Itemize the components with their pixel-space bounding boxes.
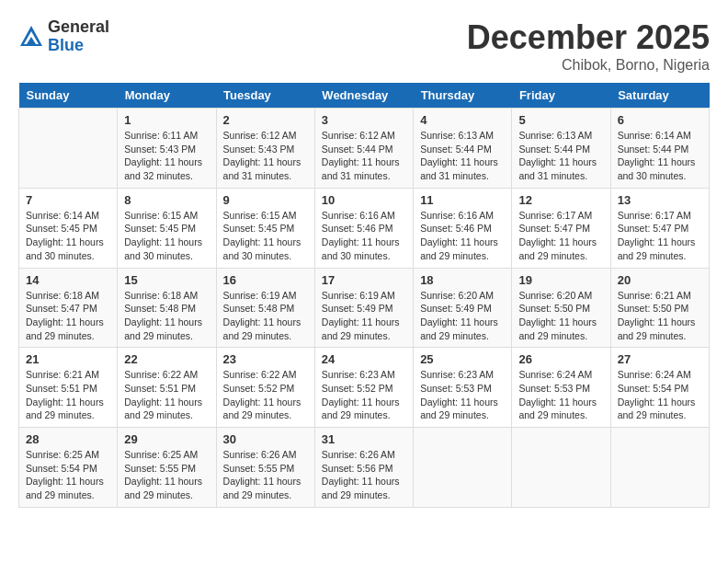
- day-cell: 19Sunrise: 6:20 AMSunset: 5:50 PMDayligh…: [512, 268, 610, 348]
- day-number: 17: [322, 273, 406, 287]
- day-cell: 27Sunrise: 6:24 AMSunset: 5:54 PMDayligh…: [610, 348, 709, 428]
- day-number: 28: [26, 432, 110, 446]
- day-info: Sunrise: 6:24 AMSunset: 5:53 PMDaylight:…: [518, 368, 603, 422]
- week-row-3: 14Sunrise: 6:18 AMSunset: 5:47 PMDayligh…: [19, 268, 710, 348]
- day-info: Sunrise: 6:18 AMSunset: 5:48 PMDaylight:…: [124, 289, 209, 343]
- day-number: 7: [26, 193, 110, 207]
- week-row-2: 7Sunrise: 6:14 AMSunset: 5:45 PMDaylight…: [19, 188, 710, 268]
- day-cell: 31Sunrise: 6:26 AMSunset: 5:56 PMDayligh…: [314, 428, 413, 508]
- day-number: 20: [618, 273, 702, 287]
- day-number: 4: [420, 113, 505, 127]
- logo-general-text: General: [48, 18, 109, 37]
- calendar-table: SundayMondayTuesdayWednesdayThursdayFrid…: [18, 83, 710, 508]
- day-cell: 1Sunrise: 6:11 AMSunset: 5:43 PMDaylight…: [118, 109, 216, 189]
- day-cell: 23Sunrise: 6:22 AMSunset: 5:52 PMDayligh…: [216, 348, 314, 428]
- day-info: Sunrise: 6:26 AMSunset: 5:55 PMDaylight:…: [223, 448, 308, 502]
- day-info: Sunrise: 6:17 AMSunset: 5:47 PMDaylight:…: [618, 209, 702, 263]
- day-number: 27: [618, 352, 702, 366]
- day-cell: 11Sunrise: 6:16 AMSunset: 5:46 PMDayligh…: [414, 188, 512, 268]
- day-number: 15: [124, 273, 209, 287]
- header-sunday: Sunday: [19, 83, 118, 109]
- day-number: 30: [223, 432, 308, 446]
- day-number: 19: [518, 273, 603, 287]
- day-info: Sunrise: 6:24 AMSunset: 5:54 PMDaylight:…: [618, 368, 702, 422]
- day-cell: 5Sunrise: 6:13 AMSunset: 5:44 PMDaylight…: [512, 109, 610, 189]
- day-cell: 9Sunrise: 6:15 AMSunset: 5:45 PMDaylight…: [216, 188, 314, 268]
- day-cell: 22Sunrise: 6:22 AMSunset: 5:51 PMDayligh…: [118, 348, 216, 428]
- day-info: Sunrise: 6:16 AMSunset: 5:46 PMDaylight:…: [322, 209, 406, 263]
- day-cell: 13Sunrise: 6:17 AMSunset: 5:47 PMDayligh…: [610, 188, 709, 268]
- header-thursday: Thursday: [414, 83, 512, 109]
- day-cell: [512, 428, 610, 508]
- day-info: Sunrise: 6:11 AMSunset: 5:43 PMDaylight:…: [124, 129, 209, 183]
- day-cell: 16Sunrise: 6:19 AMSunset: 5:48 PMDayligh…: [216, 268, 314, 348]
- day-info: Sunrise: 6:13 AMSunset: 5:44 PMDaylight:…: [518, 129, 603, 183]
- day-info: Sunrise: 6:16 AMSunset: 5:46 PMDaylight:…: [420, 209, 505, 263]
- day-cell: 17Sunrise: 6:19 AMSunset: 5:49 PMDayligh…: [314, 268, 413, 348]
- day-number: 3: [322, 113, 406, 127]
- day-cell: 6Sunrise: 6:14 AMSunset: 5:44 PMDaylight…: [610, 109, 709, 189]
- page-header: General Blue December 2025 Chibok, Borno…: [18, 18, 710, 74]
- logo-blue-text: Blue: [48, 37, 109, 55]
- day-number: 8: [124, 193, 209, 207]
- day-cell: 30Sunrise: 6:26 AMSunset: 5:55 PMDayligh…: [216, 428, 314, 508]
- week-row-5: 28Sunrise: 6:25 AMSunset: 5:54 PMDayligh…: [19, 428, 710, 508]
- day-cell: 4Sunrise: 6:13 AMSunset: 5:44 PMDaylight…: [414, 109, 512, 189]
- day-cell: 26Sunrise: 6:24 AMSunset: 5:53 PMDayligh…: [512, 348, 610, 428]
- day-info: Sunrise: 6:12 AMSunset: 5:43 PMDaylight:…: [223, 129, 308, 183]
- day-info: Sunrise: 6:13 AMSunset: 5:44 PMDaylight:…: [420, 129, 505, 183]
- day-info: Sunrise: 6:18 AMSunset: 5:47 PMDaylight:…: [26, 289, 110, 343]
- week-row-1: 1Sunrise: 6:11 AMSunset: 5:43 PMDaylight…: [19, 109, 710, 189]
- day-cell: 18Sunrise: 6:20 AMSunset: 5:49 PMDayligh…: [414, 268, 512, 348]
- day-cell: 7Sunrise: 6:14 AMSunset: 5:45 PMDaylight…: [19, 188, 118, 268]
- day-info: Sunrise: 6:20 AMSunset: 5:50 PMDaylight:…: [518, 289, 603, 343]
- day-cell: [414, 428, 512, 508]
- day-cell: 3Sunrise: 6:12 AMSunset: 5:44 PMDaylight…: [314, 109, 413, 189]
- day-info: Sunrise: 6:14 AMSunset: 5:44 PMDaylight:…: [618, 129, 702, 183]
- day-number: 23: [223, 352, 308, 366]
- day-cell: 8Sunrise: 6:15 AMSunset: 5:45 PMDaylight…: [118, 188, 216, 268]
- day-number: 5: [518, 113, 603, 127]
- day-cell: 28Sunrise: 6:25 AMSunset: 5:54 PMDayligh…: [19, 428, 118, 508]
- logo: General Blue: [18, 18, 109, 55]
- header-friday: Friday: [512, 83, 610, 109]
- day-number: 1: [124, 113, 209, 127]
- day-info: Sunrise: 6:25 AMSunset: 5:54 PMDaylight:…: [26, 448, 110, 502]
- day-info: Sunrise: 6:14 AMSunset: 5:45 PMDaylight:…: [26, 209, 110, 263]
- week-row-4: 21Sunrise: 6:21 AMSunset: 5:51 PMDayligh…: [19, 348, 710, 428]
- day-cell: [610, 428, 709, 508]
- day-number: 25: [420, 352, 505, 366]
- day-cell: 12Sunrise: 6:17 AMSunset: 5:47 PMDayligh…: [512, 188, 610, 268]
- day-info: Sunrise: 6:19 AMSunset: 5:49 PMDaylight:…: [322, 289, 406, 343]
- day-number: 14: [26, 273, 110, 287]
- day-number: 6: [618, 113, 702, 127]
- day-cell: 14Sunrise: 6:18 AMSunset: 5:47 PMDayligh…: [19, 268, 118, 348]
- day-info: Sunrise: 6:21 AMSunset: 5:50 PMDaylight:…: [618, 289, 702, 343]
- day-cell: 2Sunrise: 6:12 AMSunset: 5:43 PMDaylight…: [216, 109, 314, 189]
- day-cell: 25Sunrise: 6:23 AMSunset: 5:53 PMDayligh…: [414, 348, 512, 428]
- day-info: Sunrise: 6:19 AMSunset: 5:48 PMDaylight:…: [223, 289, 308, 343]
- day-cell: [19, 109, 118, 189]
- month-title: December 2025: [467, 18, 710, 57]
- day-number: 9: [223, 193, 308, 207]
- day-number: 2: [223, 113, 308, 127]
- day-info: Sunrise: 6:20 AMSunset: 5:49 PMDaylight:…: [420, 289, 505, 343]
- day-info: Sunrise: 6:22 AMSunset: 5:52 PMDaylight:…: [223, 368, 308, 422]
- day-number: 29: [124, 432, 209, 446]
- day-number: 26: [518, 352, 603, 366]
- day-info: Sunrise: 6:15 AMSunset: 5:45 PMDaylight:…: [124, 209, 209, 263]
- day-number: 16: [223, 273, 308, 287]
- day-cell: 29Sunrise: 6:25 AMSunset: 5:55 PMDayligh…: [118, 428, 216, 508]
- day-info: Sunrise: 6:23 AMSunset: 5:53 PMDaylight:…: [420, 368, 505, 422]
- day-number: 10: [322, 193, 406, 207]
- day-number: 22: [124, 352, 209, 366]
- day-info: Sunrise: 6:12 AMSunset: 5:44 PMDaylight:…: [322, 129, 406, 183]
- day-number: 11: [420, 193, 505, 207]
- day-info: Sunrise: 6:22 AMSunset: 5:51 PMDaylight:…: [124, 368, 209, 422]
- day-info: Sunrise: 6:23 AMSunset: 5:52 PMDaylight:…: [322, 368, 406, 422]
- day-info: Sunrise: 6:25 AMSunset: 5:55 PMDaylight:…: [124, 448, 209, 502]
- day-number: 18: [420, 273, 505, 287]
- title-block: December 2025 Chibok, Borno, Nigeria: [467, 18, 710, 74]
- day-number: 12: [518, 193, 603, 207]
- day-number: 13: [618, 193, 702, 207]
